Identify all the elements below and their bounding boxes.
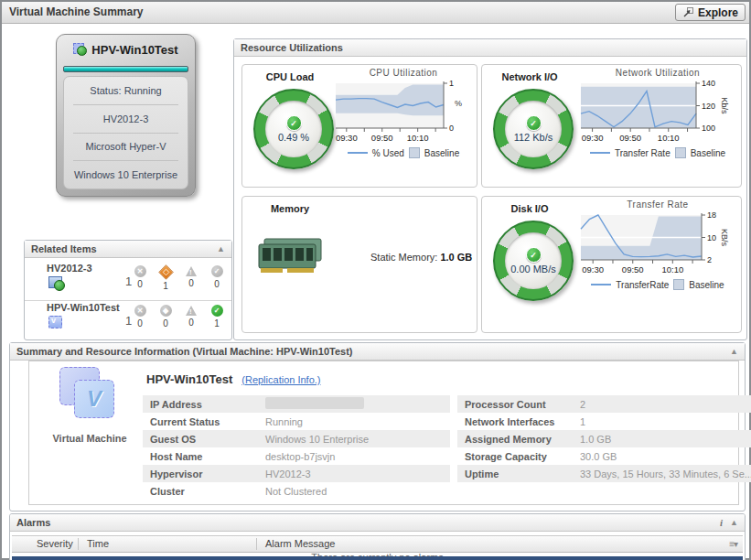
baseline-swatch	[409, 147, 420, 158]
field-row: Uptime33 Days, 15 Hours, 33 Minutes, 6 S…	[457, 465, 751, 482]
svg-text:09:50: 09:50	[619, 133, 641, 143]
bottom-bar	[12, 556, 743, 560]
disk-transfer-rate-chart[interactable]: Transfer Rate 21018KB/s09:3009:5010:10Tr…	[579, 199, 736, 290]
related-item-row-host[interactable]: HV2012-3 1 ✕0 1 0 ✓0	[25, 262, 231, 301]
disk-quadrant: Disk I/O ✓ 0.00 MB/s Transfer Rate 21018…	[481, 196, 742, 333]
svg-text:09:30: 09:30	[582, 133, 604, 143]
critical-icon: ◆	[160, 305, 172, 317]
network-gauge[interactable]: ✓ 112 Kb/s	[493, 89, 574, 169]
summary-section: Summary and Resource Information (Virtua…	[9, 342, 746, 512]
field-row: Guest OSWindows 10 Enterprise	[143, 430, 450, 447]
summary-fields-left: IP Address Current StatusRunning Guest O…	[143, 395, 450, 500]
alarms-header: Alarms i ▲	[10, 514, 745, 532]
field-row: Assigned Memory1.0 GB	[457, 430, 751, 447]
vm-card-body: Status: Running HV2012-3 Microsoft Hyper…	[63, 76, 188, 189]
static-memory-text: Static Memory: 1.0 GB	[370, 252, 472, 263]
related-item-count: 1	[125, 314, 132, 328]
chart-svg: 100120140Kb/s09:3009:5010:10	[579, 79, 735, 143]
chart-title: Network Utilization	[579, 68, 736, 78]
summary-title: Summary and Resource Information (Virtua…	[16, 346, 352, 357]
field-row: IP Address	[143, 395, 450, 413]
svg-text:KB/s: KB/s	[720, 229, 729, 247]
network-gauge-value: 112 Kb/s	[514, 132, 553, 143]
related-item-name[interactable]: HV2012-3	[47, 263, 92, 274]
related-items-header: Related Items ▲	[25, 241, 231, 258]
network-io-title: Network I/O	[482, 71, 577, 82]
vm-card: HPV-Win10Test Status: Running HV2012-3 M…	[56, 34, 196, 197]
svg-text:10:10: 10:10	[658, 133, 680, 143]
network-utilization-chart[interactable]: Network Utilization 100120140Kb/s09:3009…	[579, 68, 736, 158]
resource-utilizations-panel: Resource Utilizations CPU Load ✓ 0.49 % …	[233, 38, 747, 340]
titlebar: Virtual Machine Summary Explore	[2, 2, 749, 24]
disk-gauge[interactable]: ✓ 0.00 MB/s	[493, 221, 574, 301]
column-time[interactable]: Time	[87, 536, 109, 551]
column-chooser-icon[interactable]: ≡▾	[729, 537, 737, 552]
hyperv-host-icon	[48, 276, 65, 291]
svg-text:140: 140	[702, 79, 715, 88]
virtual-machine-icon	[73, 43, 87, 56]
column-severity[interactable]: Severity	[37, 536, 73, 551]
static-memory-label: Static Memory:	[370, 252, 437, 263]
cpu-utilization-chart[interactable]: CPU Utilization 01%09:3009:5010:10% Used…	[334, 68, 473, 158]
chart-title: CPU Utilization	[334, 68, 473, 78]
summary-body: V Virtual Machine HPV-Win10Test(Replicat…	[28, 361, 739, 505]
vm-platform: Microsoft Hyper-V	[64, 141, 188, 152]
related-item-name[interactable]: HPV-Win10Test	[47, 302, 120, 313]
baseline-swatch	[675, 147, 686, 158]
network-quadrant: Network I/O ✓ 112 Kb/s Network Utilizati…	[481, 64, 742, 188]
static-memory-value: 1.0 GB	[440, 252, 472, 263]
disk-gauge-value: 0.00 MB/s	[510, 264, 556, 275]
chart-svg: 01%09:3009:5010:10	[334, 79, 471, 143]
vm-card-name: HPV-Win10Test	[91, 43, 177, 57]
series-line-swatch	[348, 152, 368, 154]
cpu-gauge[interactable]: ✓ 0.49 %	[253, 89, 334, 169]
memory-title: Memory	[242, 203, 338, 214]
virtual-machine-label: Virtual Machine	[38, 433, 141, 444]
warning-icon	[186, 266, 197, 276]
normal-icon: ✓	[211, 265, 223, 277]
svg-text:0: 0	[449, 124, 454, 133]
field-row: ClusterNot Clustered	[143, 482, 450, 500]
related-items-title: Related Items	[31, 243, 97, 254]
status-strip	[63, 66, 188, 72]
critical-icon	[158, 264, 174, 280]
svg-text:09:30: 09:30	[582, 264, 604, 275]
resource-utilizations-title: Resource Utilizations	[241, 42, 343, 53]
column-alarm-message[interactable]: Alarm Message	[265, 536, 335, 551]
vm-summary-dashboard: Virtual Machine Summary Explore HPV-Win1…	[0, 0, 751, 560]
chart-legend: Transfer RateBaseline	[579, 147, 736, 158]
virtual-machine-icon: v	[48, 316, 63, 328]
replication-info-link[interactable]: (Replication Info.)	[241, 374, 320, 385]
svg-text:%: %	[455, 99, 462, 108]
resource-utilizations-header: Resource Utilizations	[234, 39, 746, 57]
svg-text:18: 18	[707, 210, 716, 220]
field-row: Storage Capacity30.0 GB	[457, 447, 751, 465]
alarms-table-header: Severity Time Alarm Message ≡▾	[12, 535, 743, 553]
status-ok-icon: ✓	[286, 115, 302, 131]
svg-text:1: 1	[449, 79, 454, 88]
chart-svg: 21018KB/s09:3009:5010:10	[579, 210, 735, 275]
field-row: Current StatusRunning	[143, 413, 450, 430]
collapse-arrow-icon[interactable]: ▲	[730, 514, 738, 532]
related-item-count: 1	[125, 275, 132, 288]
vm-status: Status: Running	[64, 85, 188, 96]
fatal-icon: ✕	[134, 265, 146, 277]
vm-card-header: HPV-Win10Test	[57, 35, 195, 64]
svg-text:09:50: 09:50	[622, 264, 644, 275]
summary-header: Summary and Resource Information (Virtua…	[10, 343, 745, 361]
field-row: Network Interfaces1	[457, 413, 751, 430]
related-items-panel: Related Items ▲ HV2012-3 1 ✕0 1 0 ✓0 HPV…	[24, 240, 232, 340]
svg-text:10:10: 10:10	[661, 264, 683, 275]
svg-text:09:50: 09:50	[371, 133, 393, 143]
related-item-row-vm[interactable]: HPV-Win10Test v 1 ✕0 ◆0 0 ✓1	[25, 301, 231, 339]
explore-button[interactable]: Explore	[675, 4, 746, 21]
cpu-quadrant: CPU Load ✓ 0.49 % CPU Utilization 01%09:…	[241, 64, 477, 188]
warning-icon	[186, 306, 197, 316]
disk-io-title: Disk I/O	[482, 203, 577, 214]
info-icon[interactable]: i	[720, 514, 723, 532]
summary-vm-name: HPV-Win10Test(Replication Info.)	[146, 372, 321, 386]
normal-icon: ✓	[211, 305, 223, 317]
status-ok-icon: ✓	[526, 115, 542, 131]
collapse-arrow-icon[interactable]: ▲	[730, 343, 738, 361]
collapse-arrow-icon[interactable]: ▲	[217, 241, 225, 258]
